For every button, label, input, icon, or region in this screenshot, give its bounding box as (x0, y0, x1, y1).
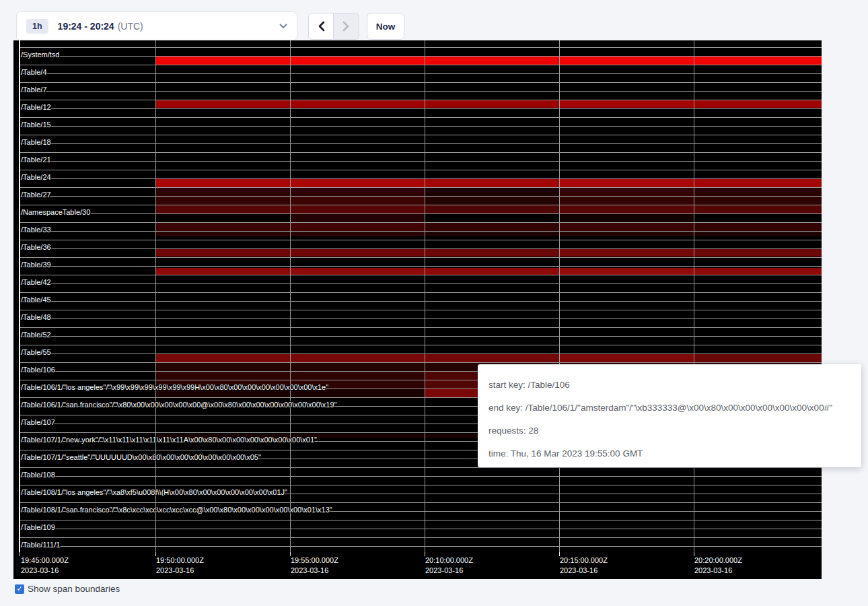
heat-band[interactable] (155, 205, 822, 213)
heat-cell[interactable] (425, 223, 559, 231)
heat-cell[interactable] (559, 354, 694, 362)
heat-cell[interactable] (290, 214, 425, 222)
heat-cell[interactable] (694, 205, 822, 213)
heat-cell[interactable] (425, 205, 559, 213)
heat-cell[interactable] (290, 57, 425, 65)
heat-band[interactable] (155, 354, 822, 362)
y-axis-line (19, 40, 20, 552)
heat-cell[interactable] (694, 57, 822, 65)
heat-band[interactable] (155, 179, 822, 187)
prev-range-button[interactable] (308, 13, 334, 40)
heat-band[interactable] (155, 214, 822, 222)
heat-cell[interactable] (694, 249, 822, 257)
row-label: /Table/48 (21, 313, 51, 322)
heat-cell[interactable] (290, 249, 425, 257)
row-label: /Table/7 (21, 86, 47, 94)
heat-cell[interactable] (290, 232, 425, 236)
heat-cell[interactable] (694, 100, 822, 108)
heat-cell[interactable] (425, 179, 559, 187)
heat-band[interactable] (155, 57, 822, 65)
heat-cell[interactable] (290, 363, 425, 371)
heat-cell[interactable] (155, 205, 290, 213)
heat-cell[interactable] (155, 268, 290, 275)
heat-cell[interactable] (290, 188, 425, 196)
row-label: /Table/4 (21, 68, 47, 77)
heat-cell[interactable] (425, 232, 559, 236)
column-boundary-line (290, 40, 291, 552)
heat-cell[interactable] (694, 354, 822, 362)
heat-cell[interactable] (694, 197, 822, 205)
heat-cell[interactable] (155, 179, 290, 187)
heat-cell[interactable] (425, 100, 559, 108)
show-span-boundaries-checkbox[interactable]: ✓ (15, 584, 24, 594)
heat-cell[interactable] (290, 100, 425, 108)
heat-cell[interactable] (155, 100, 290, 108)
heat-cell[interactable] (155, 232, 290, 236)
row-label: /Table/111/1 (21, 541, 60, 549)
heat-cell[interactable] (425, 249, 559, 257)
heat-cell[interactable] (155, 197, 290, 205)
heat-cell[interactable] (559, 57, 694, 65)
heat-band[interactable] (155, 268, 822, 275)
heat-cell[interactable] (155, 214, 290, 222)
heat-cell[interactable] (694, 179, 822, 187)
heat-cell[interactable] (425, 197, 559, 205)
row-label: /Table/33 (21, 226, 51, 234)
heat-band[interactable] (155, 197, 822, 205)
heat-cell[interactable] (694, 223, 822, 231)
row-label: /Table/27 (21, 191, 51, 199)
heat-cell[interactable] (425, 354, 559, 362)
heat-cell[interactable] (155, 372, 290, 380)
span-tooltip: start key: /Table/106 end key: /Table/10… (478, 364, 861, 467)
heat-band[interactable] (155, 232, 822, 236)
heat-cell[interactable] (155, 354, 290, 362)
heat-cell[interactable] (155, 223, 290, 231)
heat-cell[interactable] (559, 214, 694, 222)
heat-cell[interactable] (155, 249, 290, 257)
heat-cell[interactable] (559, 100, 694, 108)
heat-cell[interactable] (694, 268, 822, 275)
heat-cell[interactable] (425, 268, 559, 275)
heat-cell[interactable] (559, 223, 694, 231)
chevron-right-icon (342, 21, 350, 32)
heat-cell[interactable] (559, 205, 694, 213)
column-boundary-line (155, 40, 156, 552)
heat-band[interactable] (155, 223, 822, 231)
now-button[interactable]: Now (367, 13, 404, 40)
column-boundary-line (559, 40, 560, 552)
show-span-boundaries[interactable]: ✓ Show span boundaries (15, 584, 120, 594)
heat-cell[interactable] (425, 188, 559, 196)
heat-cell[interactable] (155, 363, 290, 371)
row-label: /Table/42 (21, 278, 51, 287)
heat-band[interactable] (155, 188, 822, 196)
key-visualizer-heatmap[interactable]: /System/tsd/Table/4/Table/7/Table/12/Tab… (13, 40, 822, 579)
heat-cell[interactable] (694, 188, 822, 196)
heat-cell[interactable] (290, 205, 425, 213)
heat-cell[interactable] (290, 354, 425, 362)
heat-cell[interactable] (290, 268, 425, 275)
heat-cell[interactable] (290, 179, 425, 187)
heat-cell[interactable] (694, 232, 822, 236)
heat-cell[interactable] (694, 214, 822, 222)
heat-cell[interactable] (425, 57, 559, 65)
heat-cell[interactable] (559, 188, 694, 196)
row-label: /Table/45 (21, 296, 51, 304)
row-label: /System/tsd (21, 50, 59, 59)
heat-band[interactable] (155, 100, 822, 108)
heat-cell[interactable] (559, 249, 694, 257)
heat-cell[interactable] (559, 197, 694, 205)
heat-cell[interactable] (559, 232, 694, 236)
range-zone: (UTC) (118, 21, 143, 32)
time-range-selector[interactable]: 1h 19:24 - 20:24(UTC) (16, 11, 297, 40)
heat-cell[interactable] (155, 188, 290, 196)
heat-cell[interactable] (290, 372, 425, 380)
heat-cell[interactable] (290, 197, 425, 205)
heat-band[interactable] (155, 249, 822, 257)
heatmap-canvas[interactable]: /System/tsd/Table/4/Table/7/Table/12/Tab… (13, 40, 822, 552)
next-range-button[interactable] (334, 13, 359, 40)
heat-cell[interactable] (425, 214, 559, 222)
heat-cell[interactable] (559, 268, 694, 275)
heat-cell[interactable] (290, 223, 425, 231)
heat-cell[interactable] (155, 57, 290, 65)
heat-cell[interactable] (559, 179, 694, 187)
